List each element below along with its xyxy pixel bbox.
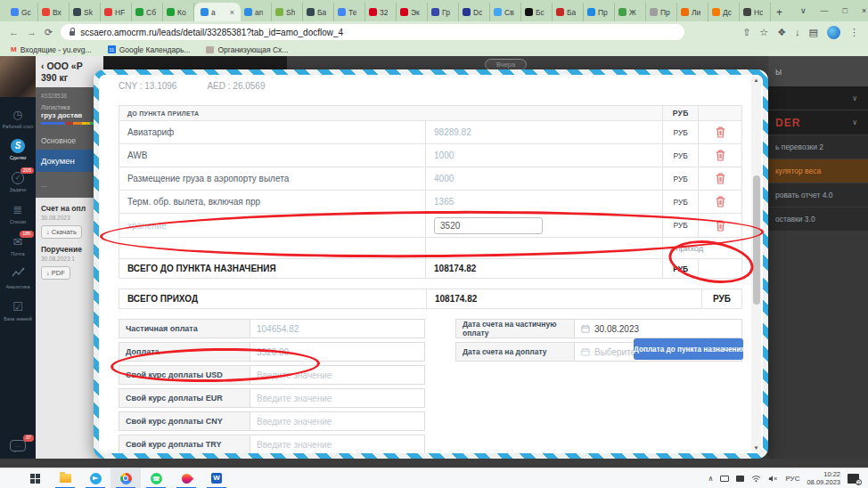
cost-currency[interactable]: РУБ [663,144,699,167]
language-indicator[interactable]: РУС [785,475,799,483]
browser-tab[interactable]: Ба [303,3,334,21]
battery-tray-icon[interactable] [736,476,744,482]
nav-tasks[interactable]: 205 ✓ Задачи [0,171,36,192]
taskbar-chrome[interactable] [111,468,141,488]
nav-chat[interactable]: 37 … [0,440,36,451]
menu-item-generate-report[interactable]: ровать отчет 4.0 [768,183,868,207]
browser-tab[interactable]: Ж [615,3,646,21]
tray-clock[interactable]: 10:22 08.09.2023 [807,470,840,487]
browser-tab[interactable]: Dс [459,3,490,21]
storage-value-input[interactable] [434,217,543,234]
downloads-icon[interactable]: ↓ [795,27,800,37]
browser-tab-active-amocrm[interactable]: a× [194,3,241,21]
surcharge-to-destination-button[interactable]: Доплата до пункта назначения [634,338,743,360]
delete-row-trash-icon[interactable] [716,150,725,161]
scroll-down-arrow[interactable]: ▼ [751,445,761,451]
side-panel-icon[interactable]: ▤ [809,27,818,38]
scrollbar-thumb[interactable] [753,175,760,305]
tray-chevron-icon[interactable]: ∧ [708,475,714,483]
bookmark-org-chart[interactable]: Организующая Сх... [206,45,288,54]
new-tab-button[interactable]: + [776,6,782,19]
menu-item-delivery[interactable]: оставки 3.0 [768,207,868,231]
cost-value[interactable]: 1365 [426,191,663,213]
partial-payment-date-picker[interactable]: 30.08.2023 [575,319,742,338]
browser-tab[interactable]: Ба [553,3,584,21]
download-invoice-button[interactable]: ↓Скачать [41,225,82,239]
tab-close-icon[interactable]: × [230,8,234,17]
delete-row-trash-icon[interactable] [716,220,725,232]
browser-tab[interactable]: Эк [397,3,428,21]
eur-rate-input[interactable] [250,388,425,408]
taskbar-whatsapp[interactable]: ☎ [141,468,171,488]
browser-tab[interactable]: Нс [740,3,771,21]
wifi-icon[interactable] [751,475,761,483]
share-icon[interactable]: ⇧ [742,27,750,38]
browser-tab[interactable]: Ли [677,3,708,21]
cost-value[interactable]: 4000 [426,167,663,190]
back-chevron-icon[interactable]: ‹ [41,61,45,71]
surcharge-input[interactable] [250,342,425,362]
cost-value[interactable]: 98289.82 [426,121,663,143]
bookmark-star-icon[interactable]: ☆ [759,27,768,38]
back-icon[interactable]: ← [9,27,19,37]
user-photo-avatar[interactable] [0,56,36,97]
window-maximize-icon[interactable]: □ [843,6,848,15]
browser-tab[interactable]: Бс [521,3,553,21]
browser-tab[interactable]: Gc [7,3,38,21]
taskbar-browser-flame[interactable] [171,468,201,488]
nav-analytics[interactable]: Аналитика [0,267,36,289]
cost-currency[interactable]: РУБ [663,167,699,190]
menu-collapsed-row[interactable]: ∨ [768,86,868,110]
start-button[interactable] [20,468,50,488]
display-tray-icon[interactable] [720,476,729,482]
browser-tab[interactable]: Пр [584,3,615,21]
browser-tab[interactable]: Сб [132,3,163,21]
url-bar[interactable]: scsaero.amocrm.ru/leads/detail/33285381?… [61,24,684,40]
notifications-icon[interactable]: 2 [848,474,859,484]
profile-avatar[interactable] [827,26,840,39]
browser-tab[interactable]: Пр [646,3,677,21]
download-pdf-button[interactable]: ↓PDF [41,266,70,280]
browser-tab[interactable]: Sh [272,3,303,21]
menu-item-weight-calculator[interactable]: кулятор веса [768,159,868,183]
browser-tab[interactable]: Дс [708,3,740,21]
tab-search-chevron-icon[interactable]: ∨ [800,6,807,15]
menu-item-shipping-cost[interactable]: ь перевозки 2 [768,135,868,159]
reload-icon[interactable]: ⟳ [45,27,53,38]
cny-rate-input[interactable] [250,411,425,431]
nav-knowledge-base[interactable]: ☑ База знаний [0,299,36,321]
cost-currency[interactable]: РУБ [663,214,699,237]
extensions-icon[interactable]: ❖ [777,27,786,38]
browser-tab[interactable]: 32 [365,3,397,21]
delete-row-trash-icon[interactable] [716,196,725,207]
cost-currency[interactable]: РУБ [663,121,699,143]
nav-deals[interactable]: S Сделки [0,139,36,160]
nav-mail[interactable]: 18K ✉ Почта [0,234,36,256]
browser-tab[interactable]: Sk [70,3,101,21]
browser-tab[interactable]: Те [334,3,365,21]
delete-row-trash-icon[interactable] [716,173,725,184]
browser-menu-icon[interactable]: ⋮ [849,27,859,38]
menu-group-header[interactable]: DER ∨ [768,110,868,134]
delete-row-trash-icon[interactable] [716,126,725,138]
cost-currency[interactable]: РУБ [663,191,699,213]
browser-tab[interactable]: an [241,3,272,21]
nav-lists[interactable]: ≣ Списки [0,202,36,224]
nav-dashboard[interactable]: ◷ Рабочий стол [0,107,36,129]
browser-tab[interactable]: HF [101,3,132,21]
partial-payment-input[interactable] [250,319,425,338]
scroll-up-arrow[interactable]: ▲ [751,77,761,83]
taskbar-word[interactable]: W [201,468,232,488]
browser-tab[interactable]: Гр [428,3,459,21]
forward-icon[interactable]: → [27,27,37,37]
try-rate-input[interactable] [250,435,425,453]
cost-value[interactable]: 1000 [426,144,663,167]
window-close-icon[interactable]: × [862,6,866,15]
usd-rate-input[interactable] [250,365,425,385]
browser-tab[interactable]: Св [490,3,521,21]
browser-tab[interactable]: Вх [38,3,70,21]
taskbar-telegram[interactable] [80,468,111,488]
bookmark-inbox[interactable]: MВходящие - yu.evg... [11,45,92,54]
add-income-link[interactable]: + приход [663,243,741,253]
volume-muted-icon[interactable] [768,475,778,483]
